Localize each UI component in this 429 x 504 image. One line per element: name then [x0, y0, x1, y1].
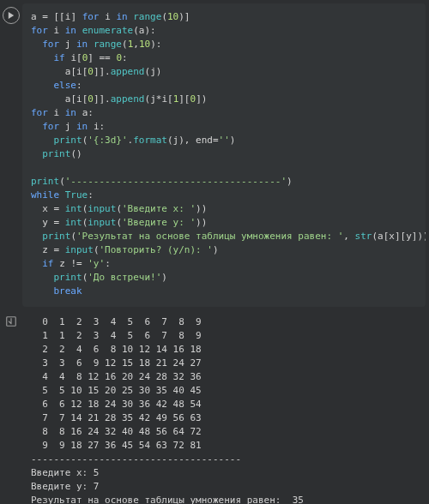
- code-cell: a = [[i] for i in range(10)] for i in en…: [0, 0, 429, 307]
- output-gutter: [0, 310, 22, 330]
- code-content: a = [[i] for i in range(10)] for i in en…: [31, 10, 417, 298]
- play-icon: [8, 12, 15, 19]
- run-button[interactable]: [3, 7, 20, 24]
- output-icon: [5, 315, 17, 330]
- output-cell: 0 1 2 3 4 5 6 7 8 9 1 1 2 3 4 5 6 7 8 9 …: [0, 310, 429, 504]
- cell-gutter: [0, 0, 22, 24]
- output-text: 0 1 2 3 4 5 6 7 8 9 1 1 2 3 4 5 6 7 8 9 …: [22, 310, 429, 504]
- code-editor[interactable]: a = [[i] for i in range(10)] for i in en…: [22, 3, 426, 307]
